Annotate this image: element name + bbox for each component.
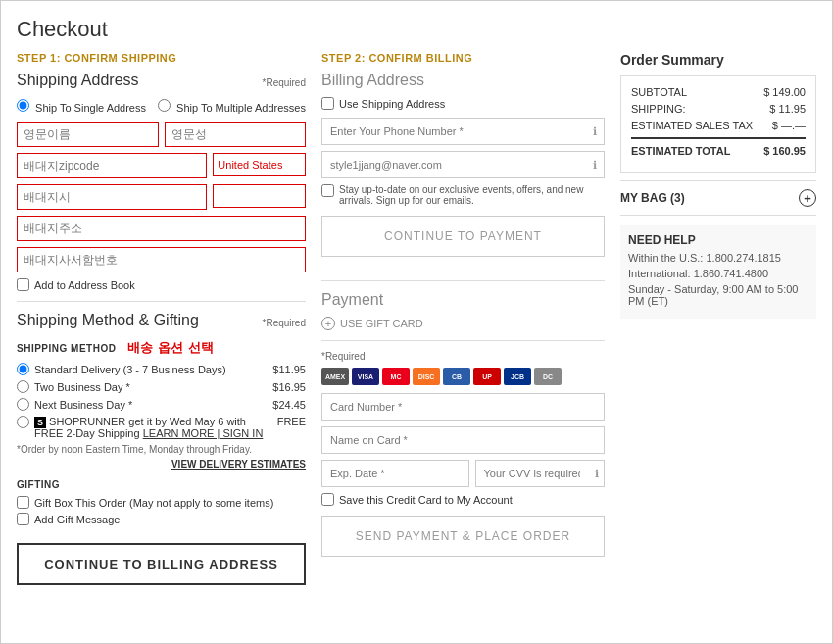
- use-shipping-label: Use Shipping Address: [339, 98, 445, 110]
- gift-box-checkbox[interactable]: [17, 496, 29, 509]
- card-icon-amex: AMEX: [321, 368, 349, 385]
- name-on-card-input[interactable]: [321, 426, 605, 454]
- shipping-method-title: Shipping Method & Gifting: [17, 312, 199, 329]
- shipping-address-title: Shipping Address: [17, 72, 139, 89]
- tax-label: ESTIMATED SALES TAX: [631, 120, 753, 131]
- my-bag-label: MY BAG (3): [620, 191, 685, 205]
- continue-billing-button[interactable]: CONTINUE TO BILLING ADDRESS: [17, 543, 306, 585]
- payment-title: Payment: [321, 291, 605, 309]
- my-bag-expand-icon[interactable]: +: [799, 189, 816, 207]
- shoprunner-links[interactable]: LEARN MORE | SIGN IN: [143, 427, 264, 439]
- card-icon-mc: MC: [382, 368, 410, 385]
- my-bag-row[interactable]: MY BAG (3) +: [620, 180, 816, 216]
- use-gift-card-row[interactable]: + USE GIFT CARD: [321, 317, 605, 330]
- right-column: Order Summary SUBTOTAL $ 149.00 SHIPPING…: [620, 52, 816, 585]
- left-column: STEP 1: CONFIRM SHIPPING Shipping Addres…: [17, 52, 306, 585]
- ship-multiple-radio[interactable]: [158, 99, 171, 112]
- shipping-required: *Required: [263, 77, 306, 88]
- ship-option-next-day[interactable]: Next Business Day * $24.45: [17, 398, 306, 411]
- middle-column: STEP 2: CONFIRM BILLING Billing Address …: [321, 52, 605, 585]
- save-card-label: Save this Credit Card to My Account: [339, 494, 513, 506]
- card-icons-row: AMEX VISA MC DISC CB UP JCB DC: [321, 368, 605, 385]
- email-input[interactable]: [321, 151, 605, 178]
- shoprunner-radio[interactable]: [17, 416, 29, 428]
- ship-option-two-day[interactable]: Two Business Day * $16.95: [17, 380, 306, 393]
- gift-box-label: Gift Box This Order (May not apply to so…: [34, 497, 273, 509]
- ship-multiple-label[interactable]: Ship To Multiple Addresses: [158, 99, 306, 114]
- shipping-value: $ 11.95: [769, 103, 806, 115]
- shoprunner-price: FREE: [277, 416, 306, 427]
- need-help-section: NEED HELP Within the U.S.: 1.800.274.181…: [620, 225, 816, 319]
- intl-phone: International: 1.860.741.4800: [628, 268, 808, 279]
- save-card-checkbox[interactable]: [321, 493, 334, 506]
- state-select[interactable]: [213, 184, 306, 208]
- add-address-checkbox[interactable]: [17, 278, 29, 291]
- phone-input[interactable]: [321, 118, 605, 145]
- shoprunner-footnote: *Order by noon Eastern Time, Monday thro…: [17, 444, 306, 455]
- address-input[interactable]: [17, 216, 306, 241]
- card-icon-visa: VISA: [352, 368, 379, 385]
- use-gift-plus-icon: +: [321, 317, 335, 330]
- cvv-input[interactable]: [475, 460, 606, 487]
- tax-value: $ —.—: [772, 120, 806, 131]
- total-label: ESTIMATED TOTAL: [631, 145, 730, 157]
- country-select[interactable]: United States: [213, 153, 306, 176]
- cvv-info-icon: ℹ: [595, 468, 599, 480]
- apt-input[interactable]: [17, 247, 306, 272]
- place-order-button[interactable]: SEND PAYMENT & PLACE ORDER: [321, 516, 605, 557]
- us-phone: Within the U.S.: 1.800.274.1815: [628, 252, 808, 264]
- billing-address-title: Billing Address: [321, 72, 605, 89]
- gift-message-checkbox[interactable]: [17, 513, 29, 525]
- card-icon-dc: DC: [534, 368, 562, 385]
- ship-type-group: Ship To Single Address Ship To Multiple …: [17, 99, 306, 114]
- subtotal-label: SUBTOTAL: [631, 86, 687, 98]
- continue-payment-button[interactable]: CONTINUE TO PAYMENT: [321, 216, 605, 257]
- phone-info-icon: ℹ: [593, 125, 597, 138]
- card-icon-disc: DISC: [413, 368, 440, 385]
- ship-option-standard[interactable]: Standard Delivery (3 - 7 Business Days) …: [17, 363, 306, 375]
- card-number-input[interactable]: [321, 393, 605, 421]
- view-delivery-link[interactable]: VIEW DELIVERY ESTIMATES: [17, 459, 306, 470]
- card-icon-up: UP: [473, 368, 501, 385]
- ship-single-label[interactable]: Ship To Single Address: [17, 99, 146, 114]
- zip-input[interactable]: [17, 153, 207, 178]
- stay-updated-section: Stay up-to-date on our exclusive events,…: [321, 184, 605, 206]
- add-address-label: Add to Address Book: [34, 279, 135, 291]
- use-shipping-checkbox[interactable]: [321, 97, 334, 110]
- page-title: Checkout: [17, 17, 816, 42]
- ship-single-radio[interactable]: [17, 99, 29, 112]
- total-value: $ 160.95: [763, 145, 806, 157]
- use-gift-label: USE GIFT CARD: [340, 318, 423, 329]
- step1-label: STEP 1: CONFIRM SHIPPING: [17, 52, 306, 64]
- last-name-input[interactable]: [165, 122, 307, 147]
- email-signup-checkbox[interactable]: [321, 184, 334, 197]
- gift-message-label: Add Gift Message: [34, 514, 120, 525]
- first-name-input[interactable]: [17, 122, 159, 147]
- order-summary-title: Order Summary: [620, 52, 816, 68]
- shipping-method-label: SHIPPING METHOD 배송 옵션 선택: [17, 339, 306, 357]
- payment-required-note: *Required: [321, 351, 605, 362]
- gifting-label: GIFTING: [17, 479, 306, 490]
- email-info-icon: ℹ: [593, 159, 597, 172]
- subtotal-value: $ 149.00: [763, 86, 806, 98]
- shipping-label: SHIPPING:: [631, 103, 686, 115]
- card-icon-jcb: JCB: [504, 368, 531, 385]
- step2-label: STEP 2: CONFIRM BILLING: [321, 52, 605, 64]
- shipping-badge: 배송 옵션 선택: [127, 340, 215, 355]
- shoprunner-option: S SHOPRUNNER get it by Wed May 6 with FR…: [17, 416, 306, 439]
- card-icon-cb: CB: [443, 368, 470, 385]
- exp-date-input[interactable]: [321, 460, 469, 487]
- method-required: *Required: [263, 318, 306, 328]
- city-input[interactable]: [17, 184, 207, 210]
- help-hours: Sunday - Saturday, 9:00 AM to 5:00 PM (E…: [628, 283, 808, 307]
- need-help-title: NEED HELP: [628, 233, 808, 247]
